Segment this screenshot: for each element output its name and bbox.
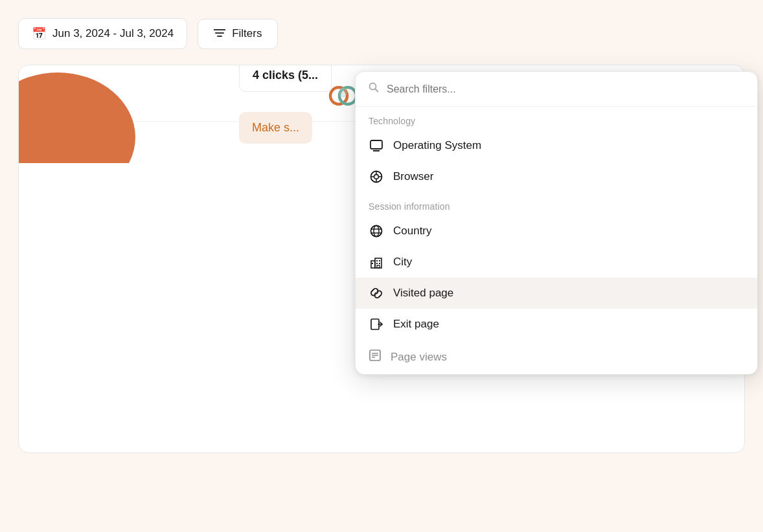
svg-rect-24 — [376, 260, 378, 261]
click-badge: 4 clicks (5... — [239, 65, 332, 92]
svg-point-6 — [19, 72, 135, 163]
search-icon — [369, 82, 379, 96]
top-bar: 📅 Jun 3, 2024 - Jul 3, 2024 Filters — [18, 18, 745, 49]
search-input[interactable] — [387, 83, 744, 95]
visited-page-label: Visited page — [393, 287, 453, 300]
menu-item-country[interactable]: Country — [356, 216, 757, 247]
browser-label: Browser — [393, 170, 433, 183]
exit-icon — [369, 318, 384, 331]
calendar-icon: 📅 — [32, 27, 46, 41]
svg-point-13 — [374, 175, 379, 179]
svg-rect-28 — [372, 263, 373, 264]
svg-rect-26 — [376, 263, 378, 264]
os-label: Operating System — [393, 139, 481, 152]
svg-rect-9 — [370, 140, 382, 149]
svg-point-19 — [374, 226, 379, 237]
svg-rect-27 — [379, 263, 380, 264]
menu-item-visited-page[interactable]: Visited page — [356, 278, 757, 309]
svg-rect-29 — [377, 265, 380, 268]
country-label: Country — [393, 225, 432, 238]
city-label: City — [393, 256, 412, 269]
menu-item-city[interactable]: City — [356, 247, 757, 278]
menu-item-os[interactable]: Operating System — [356, 130, 757, 161]
svg-rect-25 — [379, 260, 380, 261]
date-range-button[interactable]: 📅 Jun 3, 2024 - Jul 3, 2024 — [18, 18, 187, 49]
make-card: Make s... — [239, 112, 312, 144]
menu-item-exit-page[interactable]: Exit page — [356, 309, 757, 340]
svg-rect-22 — [371, 261, 375, 268]
filters-dropdown: Technology Operating System Browser S — [355, 71, 758, 375]
blob-decoration — [19, 65, 161, 163]
date-range-label: Jun 3, 2024 - Jul 3, 2024 — [52, 27, 174, 40]
link-icon — [369, 287, 384, 300]
os-icon — [369, 140, 384, 151]
pageviews-icon — [369, 349, 381, 365]
globe-icon — [369, 225, 384, 238]
filters-label: Filters — [232, 27, 262, 40]
svg-rect-23 — [375, 258, 381, 268]
menu-item-page-views[interactable]: Page views — [356, 340, 757, 374]
page-views-label: Page views — [391, 351, 447, 364]
exit-page-label: Exit page — [393, 318, 439, 331]
filter-icon — [214, 27, 225, 41]
svg-line-8 — [376, 89, 378, 92]
filters-button[interactable]: Filters — [198, 19, 278, 49]
browser-icon — [369, 170, 384, 183]
click-label: 4 clicks (5 — [253, 69, 308, 82]
city-icon — [369, 256, 384, 269]
section-label-technology: Technology — [356, 107, 757, 130]
svg-point-18 — [371, 226, 382, 237]
menu-item-browser[interactable]: Browser — [356, 161, 757, 192]
svg-point-5 — [339, 87, 347, 98]
search-row — [356, 72, 757, 107]
section-label-session: Session information — [356, 192, 757, 216]
make-label: Make s — [252, 121, 290, 134]
